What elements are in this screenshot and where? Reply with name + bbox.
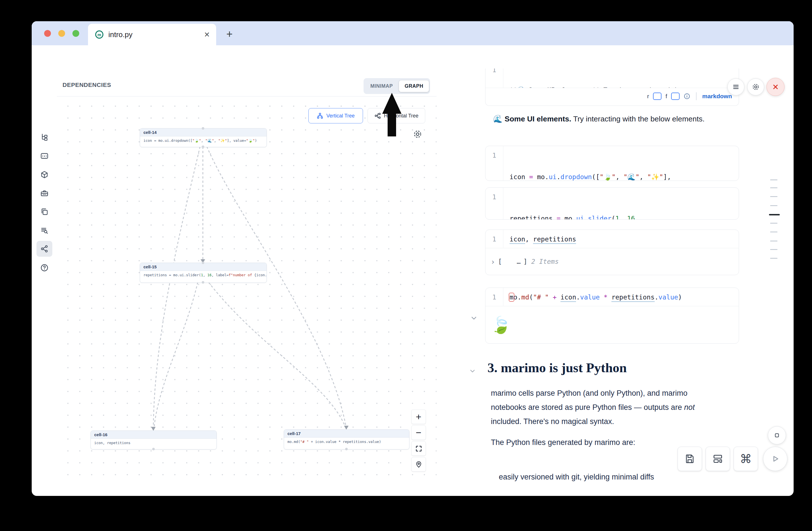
locate-button[interactable] [411, 457, 426, 472]
view-toggle: MINIMAP GRAPH [364, 78, 430, 94]
new-tab-button[interactable]: + [226, 28, 233, 40]
gear-icon [752, 83, 760, 91]
outline-mark[interactable] [770, 258, 778, 259]
graph-node-cell-17[interactable]: cell-17 mo.md("# " + icon.value * repeti… [284, 429, 409, 449]
format-toggle-label: f [665, 93, 667, 100]
hamburger-icon [732, 83, 740, 91]
fit-view-button[interactable] [411, 441, 426, 456]
section-paragraph: marimo cells parse Python (and only Pyth… [491, 386, 695, 429]
line-number: 1 [485, 230, 503, 248]
vertical-tree-button[interactable]: Vertical Tree [308, 108, 363, 124]
footer-divider [696, 92, 697, 100]
command-palette-button[interactable]: ⌘ [734, 447, 758, 471]
sidebar-item-variables[interactable]: (x) [37, 148, 52, 164]
horizontal-tree-icon [374, 112, 381, 119]
node-handle [202, 127, 204, 130]
stop-icon [773, 431, 781, 439]
run-all-button[interactable] [763, 447, 787, 471]
outline-mark[interactable] [770, 231, 778, 232]
graph-node-cell-16[interactable]: cell-16 icon, repetitions [90, 431, 217, 449]
graph-settings-icon[interactable] [412, 129, 423, 139]
outline-mark[interactable] [770, 249, 778, 250]
maximize-window-button[interactable] [72, 30, 79, 37]
markdown-output: 🌊 Some UI elements. Try interacting with… [493, 114, 705, 124]
tab-minimap[interactable]: MINIMAP [365, 81, 398, 92]
horizontal-tree-button[interactable]: Horizontal Tree [367, 108, 425, 124]
zoom-in-icon: + [416, 411, 422, 422]
node-title: cell-14 [140, 129, 266, 137]
zoom-in-button[interactable]: + [411, 410, 426, 424]
info-icon[interactable] [684, 93, 690, 100]
leaf-output-emoji: 🍃 [491, 315, 511, 334]
sidebar-item-help[interactable] [37, 260, 52, 276]
section-heading: 3. marimo is just Python [488, 360, 627, 375]
code-line: icon, repetitions [503, 230, 576, 248]
sidebar-item-logs[interactable] [37, 223, 52, 238]
sidebar-item-toolbox[interactable] [37, 185, 52, 201]
collapse-section-icon[interactable] [469, 368, 476, 375]
code-cell-tuple: 1 icon, repetitions › [ … ] 2 Items [485, 230, 739, 275]
outline-mark[interactable] [770, 241, 778, 241]
code-cell-dropdown: 1 icon = mo.ui.dropdown(["🍃", "🌊", "✨"],… [485, 146, 739, 181]
node-code: icon, repetitions [91, 439, 216, 447]
code-editor[interactable]: 1 mo.md("# " + icon.value * repetitions.… [485, 288, 739, 306]
code-cell-momd: 1 mo.md("# " + icon.value * repetitions.… [485, 288, 739, 344]
graph-canvas[interactable]: Vertical Tree Horizontal Tree cell-14 ic… [57, 96, 437, 481]
line-number: 1 [485, 188, 503, 220]
code-line: **🌊 Some UI elements.** Try interacting … [510, 85, 679, 88]
code-cell-slider: 1 repetitions = mo.ui.slider(1, 16, labe… [485, 187, 739, 220]
files-line: The Python files generated by marimo are… [491, 438, 635, 447]
browser-tab[interactable]: m intro.py ✕ [88, 24, 216, 45]
zoom-out-button[interactable]: − [411, 426, 426, 440]
locate-pin-icon [415, 461, 422, 468]
save-button[interactable] [678, 447, 702, 471]
interrupt-button[interactable] [768, 426, 786, 444]
sidebar-item-snippets[interactable] [37, 204, 52, 220]
close-window-button[interactable] [44, 30, 51, 37]
app-sidebar: (x) [32, 69, 57, 481]
code-editor[interactable]: 1 **🌊 Some UI elements.** Try interactin… [485, 69, 739, 88]
run-toggle-label: r [647, 93, 649, 100]
cell-settings-button[interactable] [747, 78, 764, 96]
code-line: mo.md("# " + icon.value * repetitions.va… [503, 288, 682, 306]
shutdown-button[interactable] [766, 78, 785, 96]
marimo-app: (x) DEPENDENCIES MINIMAP GRAPH [32, 69, 794, 481]
fit-view-icon [415, 445, 422, 452]
cell-menu-button[interactable] [727, 78, 744, 96]
language-badge: markdown [702, 93, 732, 100]
outline-mark[interactable] [770, 187, 778, 188]
run-checkbox[interactable] [653, 92, 662, 100]
sidebar-item-dependencies[interactable] [37, 241, 52, 257]
format-checkbox[interactable] [671, 92, 680, 100]
code-editor[interactable]: 1 repetitions = mo.ui.slider(1, 16, labe… [485, 188, 739, 220]
outline-mark[interactable] [770, 180, 778, 180]
line-number: 1 [485, 288, 503, 306]
vertical-tree-label: Vertical Tree [326, 113, 354, 119]
node-handle [202, 261, 204, 264]
tab-graph[interactable]: GRAPH [399, 81, 429, 92]
code-editor[interactable]: 1 icon = mo.ui.dropdown(["🍃", "🌊", "✨"],… [485, 146, 739, 181]
sidebar-item-packages[interactable] [37, 167, 52, 183]
horizontal-tree-label: Horizontal Tree [384, 113, 418, 119]
code-editor[interactable]: 1 icon, repetitions [485, 230, 739, 248]
outline-mark[interactable] [770, 223, 778, 224]
graph-node-cell-15[interactable]: cell-15 repetitions = mo.ui.slider(1, 16… [140, 263, 267, 283]
marimo-favicon: m [95, 30, 104, 39]
code-line: icon = mo.ui.dropdown(["🍃", "🌊", "✨"], [510, 172, 671, 181]
outline-mark-active[interactable] [769, 214, 780, 215]
node-code: repetitions = mo.ui.slider(1, 16, label=… [140, 271, 266, 279]
minimize-window-button[interactable] [58, 30, 65, 37]
graph-node-cell-14[interactable]: cell-14 icon = mo.ui.dropdown(["🍃", "🌊",… [140, 128, 267, 147]
code-line: repetitions = mo.ui.slider(1, 16, [510, 213, 643, 220]
zoom-out-icon: − [416, 427, 422, 438]
expand-chevron[interactable]: › [491, 257, 495, 266]
collapse-output-icon[interactable] [470, 314, 478, 322]
tab-close-icon[interactable]: ✕ [204, 31, 210, 39]
vertical-tree-icon [317, 112, 323, 119]
sidebar-item-file-tree[interactable] [37, 129, 52, 145]
outline-mark[interactable] [770, 196, 778, 197]
layout-button[interactable] [706, 447, 730, 471]
svg-text:(x): (x) [42, 154, 47, 158]
browser-toolbar: localhost:2718 Guest [32, 45, 794, 69]
outline-mark[interactable] [770, 205, 778, 206]
